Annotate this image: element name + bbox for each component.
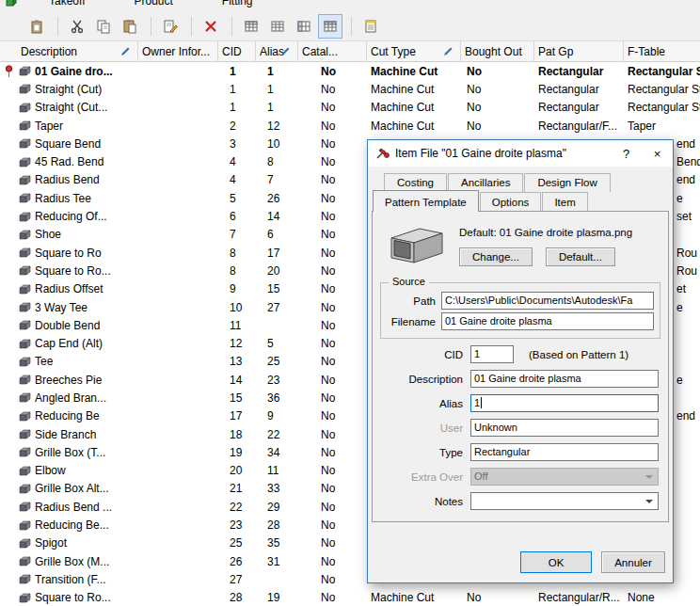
grid-icon[interactable] <box>265 14 290 39</box>
cell-alias: 23 <box>256 374 298 387</box>
paste-icon[interactable] <box>118 14 142 39</box>
cell-catalogue: No <box>298 337 367 350</box>
cell-alias: 35 <box>256 536 298 550</box>
cell-cid: 21 <box>218 482 256 495</box>
col-header-description[interactable]: Description <box>0 41 138 61</box>
copy-icon[interactable] <box>91 14 116 39</box>
duct-item-icon <box>19 84 31 94</box>
path-label: Path <box>387 295 436 307</box>
cell-bought-out: No <box>461 591 534 604</box>
tab-costing[interactable]: Costing <box>384 173 447 192</box>
cell-description: Reducing Of... <box>17 210 138 223</box>
cell-catalogue: No <box>298 319 367 332</box>
notes-select[interactable] <box>470 492 659 510</box>
change-button[interactable]: Change... <box>459 247 533 266</box>
col-header-cut-type[interactable]: Cut Type <box>367 41 461 61</box>
tab-options[interactable]: Options <box>480 192 542 212</box>
duct-item-icon <box>19 538 31 549</box>
toolbar-separator <box>191 17 192 36</box>
alias-input[interactable]: 1 <box>470 394 659 412</box>
cell-cid: 9 <box>218 282 256 295</box>
dialog-titlebar[interactable]: Item File "01 Gaine droite plasma" ? × <box>368 140 673 167</box>
table-icon[interactable] <box>239 14 263 39</box>
cell-alias: 25 <box>256 355 298 368</box>
ok-button[interactable]: OK <box>520 551 592 573</box>
cell-cut-type: Machine Cut <box>367 83 461 96</box>
user-input[interactable]: Unknown <box>470 419 659 437</box>
notes-label: Notes <box>373 496 463 507</box>
col-header-alias[interactable]: Alias <box>256 41 298 61</box>
toolbar-separator <box>151 17 151 36</box>
ledger-icon[interactable] <box>358 14 383 39</box>
cell-pat-gp: Rectangular/R... <box>534 591 624 604</box>
path-input[interactable]: C:\Users\Public\Documents\Autodesk\Fa <box>441 292 654 310</box>
col-header-pat-gp[interactable]: Pat Gp <box>534 41 624 61</box>
cell-cid: 5 <box>218 192 256 205</box>
cancel-button[interactable]: Annuler <box>601 551 665 573</box>
table-row[interactable]: Straight (Cut... 1 1 No Machine Cut No R… <box>0 99 700 117</box>
description-input[interactable]: 01 Gaine droite plasma <box>470 370 659 388</box>
cid-input[interactable]: 1 <box>470 345 514 363</box>
col-header-owner[interactable]: Owner Infor... <box>138 41 218 61</box>
tab-design-flow[interactable]: Design Flow <box>524 173 610 192</box>
cell-catalogue: No <box>298 501 367 514</box>
grid-headers-icon[interactable] <box>318 14 342 39</box>
item-description: Reducing Be... <box>35 518 109 532</box>
cell-cid: 4 <box>218 173 256 186</box>
item-description: Radius Bend <box>35 173 100 186</box>
cell-bought-out: No <box>461 83 534 96</box>
col-header-cid[interactable]: CID <box>218 41 256 61</box>
cid-label: CID <box>373 349 463 360</box>
extra-over-select: Off <box>470 468 659 486</box>
cell-cid: 7 <box>218 228 256 241</box>
cell-cid: 23 <box>218 518 256 532</box>
table-row[interactable]: Taper 2 12 No Machine Cut No Rectangular… <box>0 117 700 135</box>
col-header-f-table[interactable]: F-Table <box>624 41 700 61</box>
tab-pattern-template[interactable]: Pattern Template <box>373 190 479 212</box>
duct-item-icon <box>19 593 31 603</box>
menu-item-product[interactable]: Product <box>134 0 172 8</box>
cell-description: Straight (Cut... <box>17 101 138 114</box>
edit-item-icon[interactable] <box>158 14 183 39</box>
cell-cid: 26 <box>218 555 256 568</box>
col-header-bought-out[interactable]: Bought Out <box>461 41 534 61</box>
item-description: Elbow <box>35 464 66 477</box>
cell-cut-type: Machine Cut <box>367 65 461 78</box>
type-input[interactable]: Rectangular <box>470 443 659 461</box>
duct-item-icon <box>19 375 31 385</box>
close-icon[interactable]: × <box>642 140 673 167</box>
delete-icon[interactable] <box>199 14 223 39</box>
cell-cid: 15 <box>218 391 256 405</box>
table-row[interactable]: Square to Ro... 28 19 No Machine Cut No … <box>0 589 700 606</box>
duct-item-icon <box>19 484 31 494</box>
menu-item-fitting[interactable]: Fitting <box>222 0 253 8</box>
col-header-catalogue[interactable]: Catal... <box>298 41 367 61</box>
col-label: Cut Type <box>371 45 416 58</box>
tab-item[interactable]: Item <box>542 192 587 212</box>
table-row[interactable]: Straight (Cut) 1 1 No Machine Cut No Rec… <box>0 80 700 98</box>
grid-columns-icon[interactable] <box>292 14 316 39</box>
cell-catalogue: No <box>298 428 367 441</box>
item-description: Breeches Pie <box>35 374 102 387</box>
clipboard-icon[interactable] <box>24 14 49 39</box>
item-description: Square to Ro... <box>35 591 111 604</box>
duct-item-icon <box>19 429 31 439</box>
dialog-tab-row-front: Pattern TemplateOptionsItem <box>373 192 673 212</box>
table-row[interactable]: 01 Gaine dro... 1 1 No Machine Cut No Re… <box>0 62 700 80</box>
col-label: CID <box>222 45 242 58</box>
duct-item-icon <box>19 103 31 113</box>
cell-alias: 28 <box>256 518 298 532</box>
pencil-icon <box>444 47 453 56</box>
cell-bought-out: No <box>461 65 534 78</box>
default-button[interactable]: Default... <box>546 247 615 266</box>
cell-cid: 10 <box>218 301 256 314</box>
cell-cid: 20 <box>218 464 256 477</box>
cut-icon[interactable] <box>65 14 89 39</box>
tab-ancillaries[interactable]: Ancillaries <box>448 173 523 192</box>
help-button[interactable]: ? <box>611 140 642 167</box>
menu-item-takeoff[interactable]: Takeoff <box>49 0 85 8</box>
filename-input[interactable]: 01 Gaine droite plasma <box>441 312 654 330</box>
item-description: Spigot <box>35 536 67 550</box>
cell-catalogue: No <box>298 573 367 586</box>
cell-cut-type: Machine Cut <box>367 120 461 133</box>
